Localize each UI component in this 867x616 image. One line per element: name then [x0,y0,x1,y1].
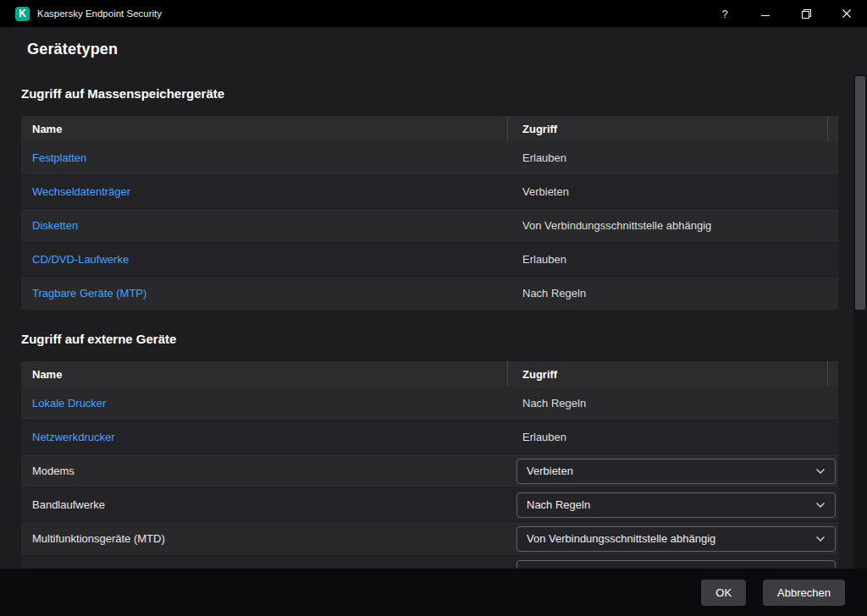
table-row: CD/DVD-Laufwerke Erlauben [21,243,838,277]
table-mass-storage: Name Zugriff Festplatten Erlauben Wechse… [21,116,838,311]
table-row: Wechseldatenträger Verbieten [21,175,838,209]
chevron-down-icon [815,502,826,509]
access-value: Nach Regeln [508,287,586,300]
column-header-access: Zugriff [508,116,828,141]
maximize-button[interactable] [786,0,826,27]
device-name-modems: Modems [32,465,75,477]
access-value: Von Verbindungsschnittstelle abhängig [508,219,711,232]
column-header-stub [828,116,838,141]
table-row: Disketten Von Verbindungsschnittstelle a… [21,209,838,243]
column-header-name: Name [21,361,508,387]
app-title: Kaspersky Endpoint Security [37,8,162,19]
link-lokale-drucker[interactable]: Lokale Drucker [32,397,106,410]
close-icon [842,8,852,19]
section-heading-external-devices: Zugriff auf externe Geräte [21,332,867,346]
table-row-partial [21,556,838,569]
bandlaufwerke-access-select[interactable]: Nach Regeln [516,492,836,518]
link-tragbare-geraete-mtp[interactable]: Tragbare Geräte (MTP) [32,287,146,300]
restore-icon [801,8,812,19]
table-row: Festplatten Erlauben [21,141,838,175]
link-netzwerkdrucker[interactable]: Netzwerkdrucker [32,431,115,443]
clipped-access-select[interactable] [516,560,836,569]
table-body: Festplatten Erlauben Wechseldatenträger … [21,141,838,311]
link-cd-dvd-laufwerke[interactable]: CD/DVD-Laufwerke [32,253,129,266]
link-wechseldatentraeger[interactable]: Wechseldatenträger [32,185,130,198]
help-button[interactable]: ? [704,0,745,27]
access-value: Nach Regeln [508,397,586,410]
access-value: Erlauben [508,151,566,164]
column-header-name: Name [21,116,508,141]
multifunktionsgeraete-access-select[interactable]: Von Verbindungsschnittstelle abhängig [516,526,836,552]
table-row: Modems Verbieten [21,454,838,488]
device-name-bandlaufwerke: Bandlaufwerke [32,498,105,511]
device-name-multifunktionsgeraete: Multifunktionsgeräte (MTD) [32,532,165,545]
cancel-button[interactable]: Abbrechen [763,580,845,606]
link-festplatten[interactable]: Festplatten [32,151,86,164]
modems-access-select[interactable]: Verbieten [516,459,836,484]
footer-bar: OK Abbrechen [0,569,867,616]
access-value: Erlauben [508,253,566,266]
minimize-icon [760,8,770,19]
table-row: Multifunktionsgeräte (MTD) Von Verbindun… [21,522,838,556]
content-area: Gerätetypen Zugriff auf Massenspeicherge… [0,27,867,569]
access-value: Verbieten [508,185,569,198]
table-header: Name Zugriff [21,116,838,141]
selected-value: Von Verbindungsschnittstelle abhängig [527,532,715,545]
close-button[interactable] [826,0,867,27]
table-row: Lokale Drucker Nach Regeln [21,387,838,421]
selected-value: Verbieten [527,465,573,477]
column-header-access: Zugriff [508,361,828,387]
titlebar: K Kaspersky Endpoint Security ? [0,0,867,27]
scrollbar[interactable] [853,74,867,569]
minimize-button[interactable] [745,0,786,27]
page-title: Gerätetypen [27,41,867,58]
chevron-down-icon [815,536,826,542]
table-row: Netzwerkdrucker Erlauben [21,421,838,454]
access-value: Erlauben [508,431,566,443]
scrollbar-thumb[interactable] [855,76,865,310]
table-row: Bandlaufwerke Nach Regeln [21,488,838,522]
table-external-devices: Name Zugriff Lokale Drucker Nach Regeln … [21,361,838,569]
selected-value: Nach Regeln [527,498,590,511]
table-row: Tragbare Geräte (MTP) Nach Regeln [21,277,838,311]
chevron-down-icon [815,468,826,475]
question-mark-icon: ? [721,8,727,20]
link-disketten[interactable]: Disketten [32,219,78,232]
table-header: Name Zugriff [21,361,838,387]
table-body: Lokale Drucker Nach Regeln Netzwerkdruck… [21,387,838,569]
ok-button[interactable]: OK [701,580,746,606]
column-header-stub [828,361,838,387]
section-heading-mass-storage: Zugriff auf Massenspeichergeräte [21,86,867,101]
kaspersky-logo: K [15,7,30,21]
